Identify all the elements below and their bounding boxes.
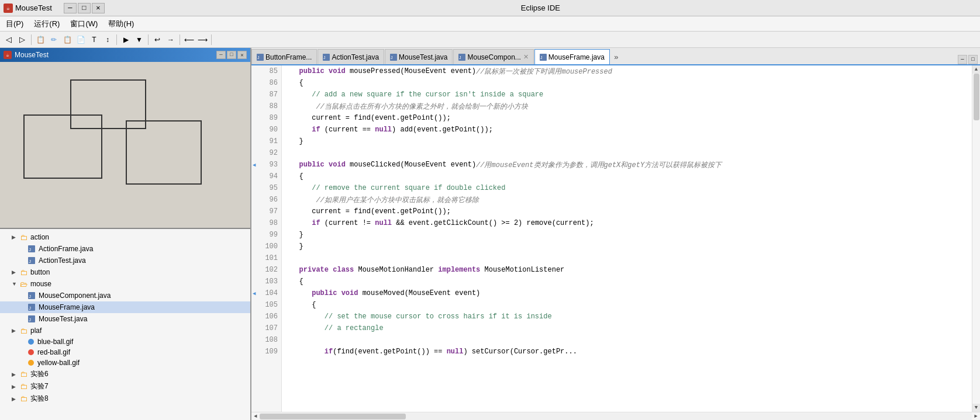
svg-text:J: J [29,259,31,264]
tree-item-mousecomponent[interactable]: J MouseComponent.java [0,290,250,301]
tab-buttonframe[interactable]: J ButtonFrame... [251,49,317,64]
tree-item-mouse[interactable]: ▼ 🗁 mouse [0,278,250,290]
code-line-85: public void mousePressed(MouseEvent even… [282,65,972,77]
line-num-102: 102 [251,264,281,276]
right-scrollbar[interactable]: ▲ ▼ [972,65,980,412]
close-button[interactable]: ✕ [92,3,105,13]
tree-item-actionframe[interactable]: J ActionFrame.java [0,243,250,255]
folder-icon-exp6: 🗀 [19,370,28,379]
toolbar-btn-12[interactable]: → [164,33,177,46]
code-line-109: if(find(event.getPoint()) == null) setCu… [282,346,972,357]
tab-mousecomponent[interactable]: J MouseCompon... ✕ [453,49,533,64]
menu-item-help[interactable]: 帮助(H) [106,18,136,30]
tree-item-action[interactable]: ▶ 🗀 action [0,231,250,243]
tree-item-exp6[interactable]: ▶ 🗀 实验6 [0,368,250,380]
folder-icon-button: 🗀 [19,268,28,277]
toolbar-sep-2 [116,34,117,45]
tree-label-action: action [30,233,49,241]
tab-actiontest[interactable]: J ActionTest.java [318,49,384,64]
line-num-99: 99 [251,229,281,241]
menu-item-window[interactable]: 窗口(W) [68,18,100,30]
h-scroll-track[interactable] [260,413,972,420]
toolbar-btn-6[interactable]: 📄 [74,33,87,46]
gif-icon-redball [28,349,34,355]
tree-item-exp8[interactable]: ▶ 🗀 实验8 [0,393,250,405]
maximize-button[interactable]: □ [78,3,91,13]
preview-canvas[interactable] [0,62,250,228]
line-num-105: 105 [251,299,281,311]
gutter: 85 86 87 88 89 90 91 92 ◀ 93 94 95 96 97… [251,65,282,412]
toolbar-btn-10[interactable]: ▼ [133,33,146,46]
tab-close-mousecomponent[interactable]: ✕ [523,53,529,61]
toolbar-btn-4[interactable]: ✏ [47,33,60,46]
preview-close[interactable]: ✕ [237,51,247,59]
tree-item-exp7[interactable]: ▶ 🗀 实验7 [0,380,250,393]
tabs-overflow[interactable]: » [610,51,622,64]
code-line-92 [282,147,972,159]
toolbar-btn-14[interactable]: ⟶ [196,33,209,46]
line-num-91: 91 [251,136,281,147]
toolbar-btn-9[interactable]: ▶ [119,33,132,46]
line-num-text: 85 [270,67,278,75]
code-line-97: current = find(event.getPoint()); [282,206,972,217]
line-num-98: 98 [251,217,281,229]
code-line-101 [282,252,972,264]
scrollbar-arrow-up[interactable]: ▲ [972,65,981,74]
preview-minimize[interactable]: — [216,51,226,59]
h-scroll-arrow-right[interactable]: ► [972,412,980,421]
tree-arrow-button: ▶ [12,269,19,275]
code-line-108 [282,334,972,346]
editor-minimize-btn[interactable]: — [958,55,967,64]
code-content[interactable]: public void mousePressed(MouseEvent even… [282,65,972,412]
toolbar-sep-4 [180,34,180,45]
line-marker-93: ◀ [253,162,256,168]
tab-area-controls: — □ [958,55,980,64]
tree-label-mouseframe: MouseFrame.java [39,303,95,311]
tabs-bar: J ButtonFrame... J ActionTest.java J Mou… [251,48,980,65]
tree-item-plaf[interactable]: ▶ 🗀 plaf [0,325,250,336]
tree-item-mouseframe[interactable]: J MouseFrame.java [0,301,250,313]
tab-mousetest[interactable]: J MouseTest.java [385,49,453,64]
tree-item-button[interactable]: ▶ 🗀 button [0,266,250,278]
minimize-button[interactable]: — [64,3,77,13]
tree-label-actionframe: ActionFrame.java [39,245,93,253]
preview-title-text: MouseTest [15,51,216,59]
scrollbar-arrow-down[interactable]: ▼ [972,404,981,412]
tab-icon-actiontest: J [323,54,330,61]
toolbar-btn-2[interactable]: ▷ [16,33,29,46]
tree-item-mousetest[interactable]: J MouseTest.java [0,313,250,325]
svg-text:J: J [459,55,461,60]
editor-maximize-btn[interactable]: □ [968,55,978,64]
scrollbar-thumb[interactable] [974,74,979,120]
toolbar-btn-7[interactable]: T [88,33,101,46]
tree-item-redball[interactable]: red-ball.gif [0,347,250,357]
scrollbar-track[interactable] [972,74,981,404]
menu-bar: 目(P) 运行(R) 窗口(W) 帮助(H) [0,16,980,32]
toolbar-sep-1 [31,34,32,45]
h-scroll-arrow-left[interactable]: ◄ [251,412,260,421]
tab-mouseframe[interactable]: J MouseFrame.java [534,49,610,65]
toolbar-btn-8[interactable]: ↕ [101,33,114,46]
line-num-88: 88 [251,100,281,112]
preview-maximize[interactable]: □ [227,51,236,59]
line-num-93: ◀ 93 [251,159,281,171]
tree-label-actiontest: ActionTest.java [39,256,86,265]
toolbar-btn-1[interactable]: ◁ [2,33,15,46]
bottom-scrollbar[interactable]: ◄ ► [251,412,980,420]
tab-label-mousecomponent: MouseCompon... [467,53,520,61]
toolbar-btn-3[interactable]: 📋 [34,33,47,46]
tree-item-yellowball[interactable]: yellow-ball.gif [0,357,250,368]
tree-item-actiontest[interactable]: J ActionTest.java [0,255,250,266]
toolbar-btn-5[interactable]: 📋 [61,33,74,46]
menu-item-run[interactable]: 运行(R) [32,18,62,30]
code-line-102: private class MouseMotionHandler impleme… [282,264,972,276]
tree-item-blueball[interactable]: blue-ball.gif [0,336,250,347]
folder-icon-action: 🗀 [19,232,28,242]
tree-label-button: button [30,268,50,276]
tree-arrow-exp7: ▶ [12,384,19,390]
toolbar-btn-11[interactable]: ↩ [151,33,164,46]
toolbar-btn-13[interactable]: ⟵ [182,33,195,46]
java-icon-mousetest: J [27,314,36,324]
h-scroll-thumb[interactable] [260,414,406,419]
menu-item-project[interactable]: 目(P) [4,18,26,30]
